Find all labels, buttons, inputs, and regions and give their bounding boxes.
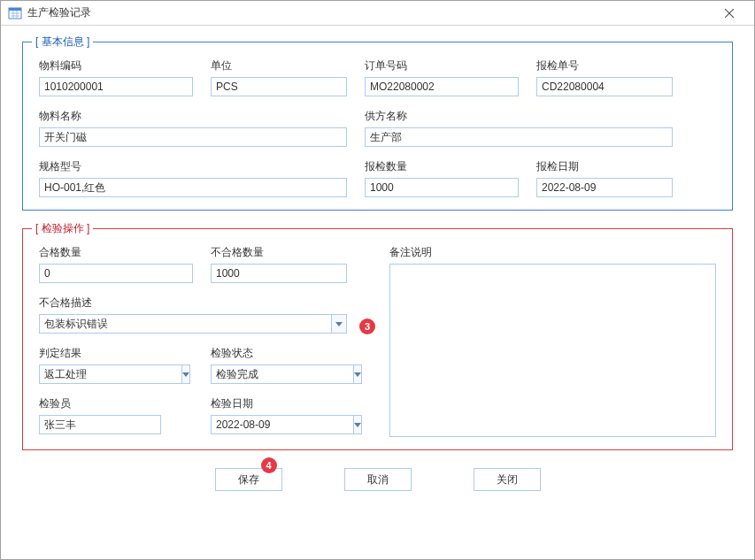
result-input[interactable] xyxy=(39,364,181,384)
inspect-qty-label: 报检数量 xyxy=(365,159,519,174)
result-field: 判定结果 xyxy=(39,346,161,384)
remark-label: 备注说明 xyxy=(389,245,716,260)
fail-qty-field: 不合格数量 xyxy=(211,245,347,283)
spec-label: 规格型号 xyxy=(39,159,347,174)
material-name-label: 物料名称 xyxy=(39,109,347,124)
fail-desc-field: 不合格描述 xyxy=(39,295,347,334)
chevron-down-icon xyxy=(335,322,343,326)
inspect-date-input[interactable] xyxy=(536,178,673,197)
material-name-field: 物料名称 xyxy=(39,109,347,147)
fail-desc-input[interactable] xyxy=(39,314,331,334)
supplier-name-label: 供方名称 xyxy=(365,109,673,124)
pass-qty-label: 合格数量 xyxy=(39,245,193,260)
unit-input[interactable] xyxy=(211,77,347,96)
close-button[interactable]: 关闭 xyxy=(474,468,541,491)
button-row: 4 保存 取消 关闭 xyxy=(22,468,733,491)
result-label: 判定结果 xyxy=(39,346,161,361)
window-title: 生产检验记录 xyxy=(27,5,91,20)
status-input[interactable] xyxy=(211,364,353,384)
app-icon xyxy=(8,6,22,20)
pass-qty-input[interactable] xyxy=(39,264,193,283)
remark-textarea[interactable] xyxy=(389,264,716,437)
material-name-input[interactable] xyxy=(39,127,347,147)
basic-info-legend: [ 基本信息 ] xyxy=(32,35,93,50)
status-label: 检验状态 xyxy=(211,346,347,361)
supplier-name-field: 供方名称 xyxy=(365,109,673,147)
inspect-op-legend: [ 检验操作 ] xyxy=(32,221,93,236)
check-date-dropdown-button[interactable] xyxy=(353,415,362,434)
inspect-op-section: [ 检验操作 ] 合格数量 不合格数量 xyxy=(22,228,733,450)
inspect-qty-input[interactable] xyxy=(365,178,519,197)
order-no-field: 订单号码 xyxy=(365,58,519,96)
inspect-no-input[interactable] xyxy=(536,77,673,96)
check-date-input[interactable] xyxy=(211,415,353,434)
chevron-down-icon xyxy=(354,423,361,427)
status-field: 检验状态 xyxy=(211,346,347,384)
order-no-input[interactable] xyxy=(365,77,519,96)
inspector-input[interactable] xyxy=(39,415,161,434)
unit-label: 单位 xyxy=(211,58,347,73)
chevron-down-icon xyxy=(354,372,361,377)
material-code-field: 物料编码 xyxy=(39,58,193,96)
pass-qty-field: 合格数量 xyxy=(39,245,193,283)
inspect-qty-field: 报检数量 xyxy=(365,159,519,197)
window-frame: 生产检验记录 [ 基本信息 ] 物料编码 单位 xyxy=(0,0,755,560)
badge-3: 3 xyxy=(359,318,375,334)
cancel-button[interactable]: 取消 xyxy=(344,468,412,491)
spec-input[interactable] xyxy=(39,178,347,197)
material-code-input[interactable] xyxy=(39,77,193,96)
result-dropdown-button[interactable] xyxy=(181,364,190,384)
basic-info-section: [ 基本信息 ] 物料编码 单位 订单号码 报检单号 xyxy=(22,42,733,211)
badge-4: 4 xyxy=(261,457,277,473)
content-area: [ 基本信息 ] 物料编码 单位 订单号码 报检单号 xyxy=(1,26,754,559)
titlebar: 生产检验记录 xyxy=(1,1,754,26)
check-date-field: 检验日期 xyxy=(211,396,347,434)
chevron-down-icon xyxy=(182,372,189,377)
fail-desc-label: 不合格描述 xyxy=(39,295,347,311)
material-code-label: 物料编码 xyxy=(39,58,193,73)
close-icon[interactable] xyxy=(712,1,747,26)
inspect-no-field: 报检单号 xyxy=(536,58,673,96)
order-no-label: 订单号码 xyxy=(365,58,519,73)
inspect-no-label: 报检单号 xyxy=(536,58,673,73)
supplier-name-input[interactable] xyxy=(365,127,673,147)
spec-field: 规格型号 xyxy=(39,159,347,197)
fail-qty-input[interactable] xyxy=(211,264,347,283)
fail-qty-label: 不合格数量 xyxy=(211,245,347,260)
fail-desc-dropdown-button[interactable] xyxy=(331,314,347,334)
unit-field: 单位 xyxy=(211,58,347,96)
inspector-label: 检验员 xyxy=(39,396,161,411)
svg-rect-1 xyxy=(9,8,21,11)
status-dropdown-button[interactable] xyxy=(353,364,362,384)
inspect-date-label: 报检日期 xyxy=(536,159,673,174)
inspect-date-field: 报检日期 xyxy=(536,159,673,197)
inspector-field: 检验员 xyxy=(39,396,161,434)
check-date-label: 检验日期 xyxy=(211,396,347,411)
